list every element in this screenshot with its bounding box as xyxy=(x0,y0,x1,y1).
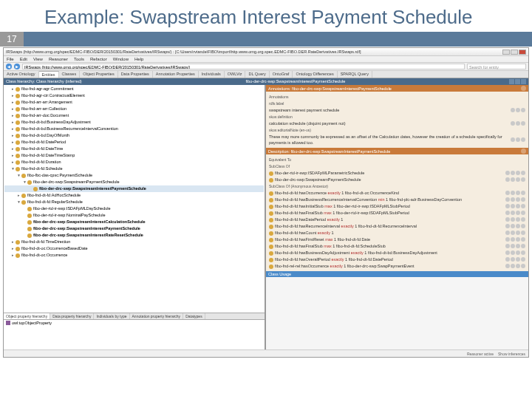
action-icon[interactable] xyxy=(516,197,520,202)
action-icon[interactable] xyxy=(521,177,525,182)
tab-dlquery[interactable]: DL Query xyxy=(245,71,269,78)
tree-twisty-icon[interactable]: ▸ xyxy=(10,119,16,126)
action-icon[interactable] xyxy=(511,171,515,175)
tree-twisty-icon[interactable]: ▸ xyxy=(10,146,16,152)
action-icon[interactable] xyxy=(511,121,515,126)
action-icon[interactable] xyxy=(511,204,515,208)
action-icon[interactable] xyxy=(511,197,515,202)
tree-row[interactable]: ▸fibo-fnd-dt-bd:BusinessDayAdjustment xyxy=(4,119,264,126)
tree-row[interactable]: ▼fibo-der-drc-swp:SwapstreamPaymentSched… xyxy=(4,179,264,185)
action-icon[interactable] xyxy=(516,217,520,222)
tree-row[interactable]: ▸fibo-fnd-dt-bd:DayOfMonth xyxy=(4,132,264,139)
search-input[interactable]: Search for entity xyxy=(467,64,526,69)
tab-ontology-diff[interactable]: Ontology Differences xyxy=(293,71,337,78)
forward-button[interactable]: ▶ xyxy=(14,64,20,69)
btab-object-props[interactable]: Object property hierarchy xyxy=(4,313,50,319)
action-icon[interactable] xyxy=(521,211,525,215)
tab-entities[interactable]: Entities xyxy=(39,71,59,78)
action-icon[interactable] xyxy=(516,224,520,228)
action-icon[interactable] xyxy=(521,204,525,208)
tab-owlviz[interactable]: OWLViz xyxy=(225,71,246,78)
action-icon[interactable] xyxy=(511,191,515,195)
tree-row[interactable]: ▸fibo-fnd-dt-fd:DateTime xyxy=(4,146,264,152)
tree-row[interactable]: ▸fibo-fnd-arr-doc:Document xyxy=(4,112,264,119)
tree-row[interactable]: ▼fibo-fnd-dt-fd:Schedule xyxy=(4,166,264,172)
action-icon[interactable] xyxy=(521,224,525,228)
action-icon[interactable] xyxy=(511,224,515,228)
tree-twisty-icon[interactable]: ▼ xyxy=(16,199,21,205)
action-icon[interactable] xyxy=(521,191,525,195)
tree-row[interactable]: fibo-der-drc-swp:SwapstreamInterestPayme… xyxy=(4,225,264,232)
tree-row[interactable]: ▸fibo-fnd-dt-fd:AdHocSchedule xyxy=(4,192,264,199)
action-icon[interactable] xyxy=(505,231,510,235)
btab-individuals[interactable]: Individuals by type xyxy=(94,313,129,319)
action-icon[interactable] xyxy=(521,197,525,202)
object-property-list[interactable]: owl:topObjectProperty xyxy=(4,320,265,349)
tab-active-ontology[interactable]: Active Ontology xyxy=(4,71,39,78)
action-icon[interactable] xyxy=(521,257,525,262)
action-icon[interactable] xyxy=(511,237,515,242)
tree-row[interactable]: ▸fibo-fnd-dt-fd:DatePeriod xyxy=(4,139,264,146)
tab-ontograf[interactable]: OntoGraf xyxy=(270,71,293,78)
action-icon[interactable] xyxy=(516,264,520,268)
action-icon[interactable] xyxy=(516,177,520,182)
tab-annotation-properties[interactable]: Annotation Properties xyxy=(153,71,199,78)
menu-tools[interactable]: Tools xyxy=(74,57,84,61)
action-icon[interactable] xyxy=(516,121,520,126)
action-icon[interactable] xyxy=(505,191,510,195)
action-icon[interactable] xyxy=(521,237,525,242)
tree-twisty-icon[interactable]: ▸ xyxy=(10,252,16,259)
menu-window[interactable]: Window xyxy=(113,57,129,61)
action-icon[interactable] xyxy=(521,250,525,255)
list-item[interactable]: owl:topObjectProperty xyxy=(6,321,262,325)
tree-twisty-icon[interactable]: ▼ xyxy=(22,179,27,185)
action-icon[interactable] xyxy=(516,250,520,255)
tree-row[interactable]: fibo-der-drc-swp:SwapstreamInterestPayme… xyxy=(4,185,264,192)
action-icon[interactable] xyxy=(516,257,520,262)
close-button[interactable] xyxy=(519,50,526,55)
tree-row[interactable]: fibo-der-drc-swp:SwapstreamInterestRateR… xyxy=(4,232,264,239)
tree-row[interactable]: fibo-der-rtd-ir-swp:ISDAFpMLDaySchedule xyxy=(4,205,264,212)
action-icon[interactable] xyxy=(505,197,510,202)
add-sibling-icon[interactable] xyxy=(515,79,520,84)
action-icon[interactable] xyxy=(505,257,510,262)
maximize-button[interactable] xyxy=(511,50,518,55)
action-icon[interactable] xyxy=(516,204,520,208)
action-icon[interactable] xyxy=(511,108,515,112)
panel-collapse-icon[interactable] xyxy=(521,86,526,91)
tree-twisty-icon[interactable]: ▸ xyxy=(10,152,16,159)
btab-data-props[interactable]: Data property hierarchy xyxy=(50,313,94,319)
action-icon[interactable] xyxy=(511,250,515,255)
tree-twisty-icon[interactable]: ▼ xyxy=(10,166,16,172)
tree-row[interactable]: ▸fibo-fnd-dt-fd:TimeDirection xyxy=(4,239,264,245)
tree-twisty-icon[interactable]: ▸ xyxy=(10,139,16,146)
tree-twisty-icon[interactable]: ▸ xyxy=(10,159,16,166)
action-icon[interactable] xyxy=(521,108,525,112)
tree-row[interactable]: ▼fibo-fbc-das-cpsc:PaymentSchedule xyxy=(4,172,264,179)
tree-row[interactable]: ▸fibo-fnd-arr-arr:Arrangement xyxy=(4,99,264,106)
action-icon[interactable] xyxy=(511,264,515,268)
menu-refactor[interactable]: Refactor xyxy=(90,57,107,61)
tree-row[interactable]: ▸fibo-fnd-dt-oc:OccurrenceBasedDate xyxy=(4,245,264,252)
btab-annotation-props[interactable]: Annotation property hierarchy xyxy=(130,313,184,319)
add-class-icon[interactable] xyxy=(509,79,514,84)
action-icon[interactable] xyxy=(505,171,510,175)
action-icon[interactable] xyxy=(511,137,515,142)
tab-sparql[interactable]: SPARQL Query xyxy=(338,71,372,78)
action-icon[interactable] xyxy=(505,264,510,268)
menu-edit[interactable]: Edit xyxy=(20,57,27,61)
tree-twisty-icon[interactable]: ▸ xyxy=(10,126,16,132)
action-icon[interactable] xyxy=(516,237,520,242)
action-icon[interactable] xyxy=(516,108,520,112)
minimize-button[interactable] xyxy=(502,50,510,55)
action-icon[interactable] xyxy=(521,121,525,126)
btab-datatypes[interactable]: Datatypes xyxy=(183,313,205,319)
action-icon[interactable] xyxy=(505,204,510,208)
ontology-iri-field[interactable]: IRSwaps (http://www.omg.org/spec/EDMC-FI… xyxy=(22,64,465,69)
menu-file[interactable]: File xyxy=(7,57,14,61)
action-icon[interactable] xyxy=(516,191,520,195)
tree-row[interactable]: ▸fibo-fnd-dt-fd:Duration xyxy=(4,159,264,166)
tree-twisty-icon[interactable]: ▸ xyxy=(10,112,16,119)
action-icon[interactable] xyxy=(516,137,520,142)
tree-twisty-icon[interactable]: ▸ xyxy=(10,86,16,92)
